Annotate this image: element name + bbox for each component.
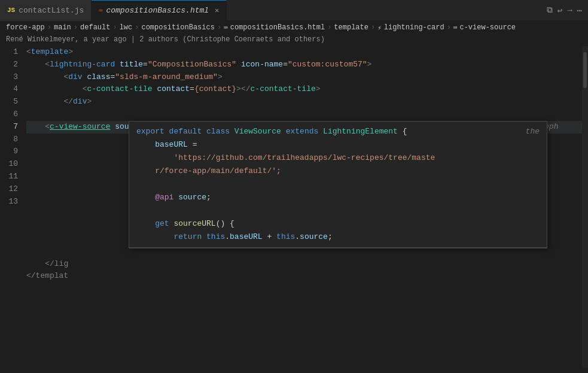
code-line-6 [26, 108, 588, 121]
line-num-5: 5 [6, 96, 18, 108]
bc-default[interactable]: default [80, 23, 110, 32]
blame-text: René Winkelmeyer, a year ago | 2 authors… [6, 35, 325, 44]
breadcrumb: force-app › main › default › lwc › compo… [0, 21, 588, 34]
popup-line-3: 'https://github.com/trailheadapps/lwc-re… [136, 151, 540, 165]
line-num-13: 13 [6, 196, 18, 208]
code-line-1: <template> [26, 46, 588, 59]
line-num-9: 9 [6, 145, 18, 158]
bc-force-app[interactable]: force-app [6, 23, 45, 32]
code-area[interactable]: <template> <lightning-card title="Compos… [24, 46, 588, 368]
line-num-6: 6 [6, 108, 18, 121]
bc-template[interactable]: template [334, 23, 368, 32]
popup-line-8: get sourceURL() { [136, 217, 540, 231]
go-forward-icon[interactable]: → [567, 5, 572, 15]
code-line-11: </lig [26, 258, 588, 271]
popup-line-9: return this.baseURL + this.source; [136, 231, 540, 244]
popup-line-7 [136, 204, 540, 217]
line-num-8: 8 [6, 134, 18, 146]
popup-line-2: baseURL = [136, 138, 540, 151]
split-editor-icon[interactable]: ⧉ [547, 5, 553, 15]
tab-close-button[interactable]: ✕ [215, 6, 219, 15]
tab-actions: ⧉ ↩ → ⋯ [547, 5, 588, 16]
line-num-10: 10 [6, 158, 18, 171]
git-blame: René Winkelmeyer, a year ago | 2 authors… [0, 34, 588, 46]
tab-contactlist-label: contactList.js [19, 6, 84, 15]
line-num-3: 3 [6, 71, 18, 84]
line-num-12: 12 [6, 183, 18, 196]
line-num-4: 4 [6, 83, 18, 96]
code-line-2: <lightning-card title="CompositionBasics… [26, 59, 588, 71]
popup-line-1: export default class ViewSource extends … [136, 125, 540, 138]
tab-compositionbasics[interactable]: ⌨ compositionBasics.html ✕ [92, 0, 227, 21]
bc-c-view-source[interactable]: c-view-source [459, 23, 516, 32]
line-numbers: 1 2 3 4 5 6 7 8 9 10 11 12 13 [0, 46, 24, 368]
autocomplete-popup: export default class ViewSource extends … [129, 121, 547, 248]
popup-ghost-right: the [526, 125, 540, 138]
scrollbar-thumb[interactable] [583, 52, 587, 88]
popup-line-6: @api source; [136, 191, 540, 204]
tab-contactlist[interactable]: JS contactList.js [0, 0, 92, 21]
js-file-icon: JS [7, 7, 15, 14]
more-actions-icon[interactable]: ⋯ [577, 5, 582, 16]
bc-lightning-card[interactable]: lightning-card [384, 23, 444, 32]
popup-line-5 [136, 178, 540, 191]
bc-lwc[interactable]: lwc [120, 23, 133, 32]
line-num-2: 2 [6, 59, 18, 71]
code-line-4: <c-contact-tile contact={contact}></c-co… [26, 83, 588, 96]
line-num-7: 7 [6, 121, 18, 134]
line-num-11: 11 [6, 171, 18, 183]
code-line-5: </div> [26, 96, 588, 108]
html-file-icon: ⌨ [99, 7, 102, 14]
popup-code-content: export default class ViewSource extends … [129, 122, 547, 248]
bc-compositionbasics-html[interactable]: compositionBasics.html [230, 23, 325, 32]
code-line-3: <div class="slds-m-around_medium"> [26, 71, 588, 84]
go-back-icon[interactable]: ↩ [557, 5, 562, 16]
tab-bar: JS contactList.js ⌨ compositionBasics.ht… [0, 0, 588, 21]
line-num-1: 1 [6, 46, 18, 59]
scrollbar[interactable] [582, 46, 588, 368]
tab-compositionbasics-label: compositionBasics.html [106, 6, 209, 15]
code-line-13 [26, 283, 588, 295]
popup-line-4: r/force-app/main/default/'; [136, 165, 540, 178]
bc-compositionbasics-dir[interactable]: compositionBasics [141, 23, 214, 32]
editor: 1 2 3 4 5 6 7 8 9 10 11 12 13 <template>… [0, 46, 588, 368]
bc-main[interactable]: main [54, 23, 71, 32]
code-line-12: </templat [26, 270, 588, 283]
